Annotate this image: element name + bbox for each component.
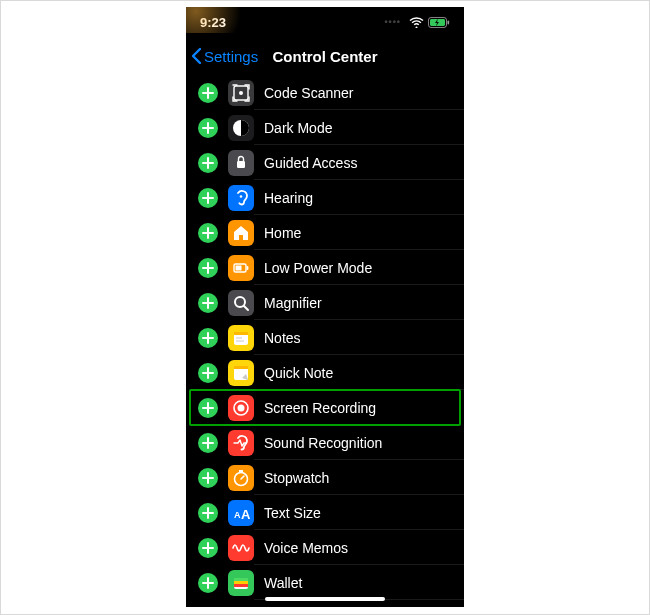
darkmode-icon — [228, 115, 254, 141]
svg-text:A: A — [241, 507, 251, 522]
plus-icon — [202, 262, 214, 274]
add-button[interactable] — [198, 118, 218, 138]
list-item[interactable]: Hearing — [186, 180, 464, 215]
add-button[interactable] — [198, 83, 218, 103]
home-indicator[interactable] — [265, 597, 385, 601]
add-button[interactable] — [198, 258, 218, 278]
guided-icon — [228, 150, 254, 176]
add-button[interactable] — [198, 223, 218, 243]
controls-list[interactable]: Code Scanner Dark Mode Guided Access — [186, 75, 464, 607]
lowpower-icon — [228, 255, 254, 281]
item-label: Sound Recognition — [264, 435, 382, 451]
svg-rect-17 — [228, 290, 254, 316]
list-item[interactable]: Stopwatch — [186, 460, 464, 495]
item-label: Text Size — [264, 505, 321, 521]
item-label: Code Scanner — [264, 85, 354, 101]
plus-icon — [202, 157, 214, 169]
hearing-icon — [228, 185, 254, 211]
quicknote-icon — [228, 360, 254, 386]
list-item[interactable]: Quick Note — [186, 355, 464, 390]
list-item[interactable]: Notes — [186, 320, 464, 355]
signal-dots-icon: •••• — [384, 17, 401, 27]
item-label: Low Power Mode — [264, 260, 372, 276]
item-label: Guided Access — [264, 155, 357, 171]
plus-icon — [202, 472, 214, 484]
plus-icon — [202, 542, 214, 554]
svg-point-30 — [238, 404, 245, 411]
plus-icon — [202, 87, 214, 99]
phone-screen: 9:23 •••• Settings — [186, 7, 464, 607]
record-icon — [228, 395, 254, 421]
soundrec-icon — [228, 430, 254, 456]
list-item[interactable]: Dark Mode — [186, 110, 464, 145]
status-time: 9:23 — [200, 15, 226, 30]
svg-point-11 — [240, 195, 243, 198]
list-item[interactable]: Wallet — [186, 565, 464, 600]
svg-rect-44 — [234, 584, 248, 587]
add-button[interactable] — [198, 503, 218, 523]
magnifier-icon — [228, 290, 254, 316]
back-button[interactable]: Settings — [186, 47, 258, 65]
add-button[interactable] — [198, 398, 218, 418]
svg-point-5 — [239, 91, 243, 95]
item-label: Quick Note — [264, 365, 333, 381]
list-item[interactable]: Screen Recording — [190, 390, 460, 425]
list-item[interactable]: Code Scanner — [186, 75, 464, 110]
notes-icon — [228, 325, 254, 351]
svg-rect-2 — [448, 20, 450, 24]
list-item[interactable]: Magnifier — [186, 285, 464, 320]
plus-icon — [202, 577, 214, 589]
voicememos-icon — [228, 535, 254, 561]
item-label: Wallet — [264, 575, 302, 591]
item-label: Hearing — [264, 190, 313, 206]
item-label: Magnifier — [264, 295, 322, 311]
list-item[interactable]: A A Text Size — [186, 495, 464, 530]
add-button[interactable] — [198, 363, 218, 383]
item-label: Voice Memos — [264, 540, 348, 556]
item-label: Screen Recording — [264, 400, 376, 416]
item-label: Stopwatch — [264, 470, 329, 486]
wifi-icon — [409, 17, 424, 28]
add-button[interactable] — [198, 468, 218, 488]
svg-rect-34 — [239, 470, 243, 472]
list-item[interactable]: Sound Recognition — [186, 425, 464, 460]
list-item[interactable]: Home — [186, 215, 464, 250]
add-button[interactable] — [198, 538, 218, 558]
add-button[interactable] — [198, 433, 218, 453]
svg-rect-22 — [234, 332, 248, 335]
add-button[interactable] — [198, 573, 218, 593]
plus-icon — [202, 122, 214, 134]
nav-header: Settings Control Center — [186, 37, 464, 75]
wallet-icon — [228, 570, 254, 596]
codescanner-icon — [228, 80, 254, 106]
plus-icon — [202, 402, 214, 414]
svg-rect-27 — [234, 366, 248, 369]
svg-rect-16 — [236, 265, 242, 270]
list-item[interactable]: Low Power Mode — [186, 250, 464, 285]
plus-icon — [202, 367, 214, 379]
add-button[interactable] — [198, 328, 218, 348]
home-icon — [228, 220, 254, 246]
plus-icon — [202, 437, 214, 449]
plus-icon — [202, 297, 214, 309]
item-label: Notes — [264, 330, 301, 346]
battery-icon — [428, 17, 450, 28]
outer-frame: 9:23 •••• Settings — [0, 0, 650, 615]
plus-icon — [202, 332, 214, 344]
item-label: Home — [264, 225, 301, 241]
svg-rect-43 — [234, 581, 248, 584]
svg-rect-15 — [247, 266, 249, 270]
svg-rect-9 — [237, 161, 245, 168]
stopwatch-icon — [228, 465, 254, 491]
list-item[interactable]: Voice Memos — [186, 530, 464, 565]
add-button[interactable] — [198, 188, 218, 208]
list-item[interactable]: Guided Access — [186, 145, 464, 180]
svg-rect-42 — [234, 578, 248, 581]
status-right: •••• — [384, 17, 450, 28]
plus-icon — [202, 507, 214, 519]
add-button[interactable] — [198, 153, 218, 173]
textsize-icon: A A — [228, 500, 254, 526]
svg-text:A: A — [234, 510, 241, 520]
add-button[interactable] — [198, 293, 218, 313]
plus-icon — [202, 192, 214, 204]
